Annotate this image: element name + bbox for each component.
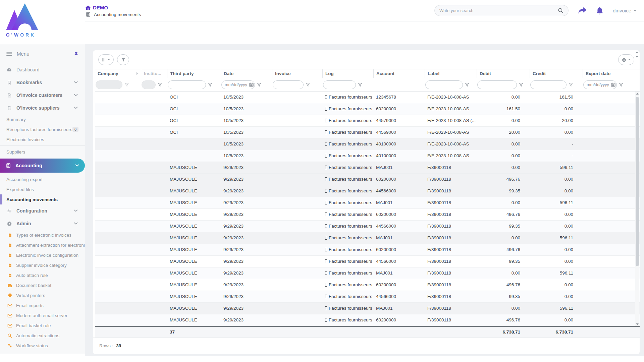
column-header-institu[interactable]: Institu...: [141, 69, 167, 78]
table-row[interactable]: MAJUSCULE9/29/2023Factures fournisseurs6…: [95, 279, 640, 291]
table-row[interactable]: MAJUSCULE9/29/2023Factures fournisseurs6…: [95, 244, 640, 256]
footer-cell: [221, 327, 272, 338]
column-header-account[interactable]: Account: [373, 69, 425, 78]
table-row[interactable]: MAJUSCULE9/29/2023Factures fournisseurs6…: [95, 174, 640, 185]
invoice-cell: [272, 185, 322, 197]
filter-button[interactable]: [117, 54, 129, 65]
notifications-bell-icon[interactable]: [596, 7, 603, 14]
table-row[interactable]: MAJUSCULE9/29/2023Factures fournisseurs4…: [95, 291, 640, 303]
breadcrumb: DEMO Accounting movements: [86, 4, 141, 17]
sidebar-item-label: Modern auth email server: [16, 313, 67, 318]
table-row[interactable]: MAJUSCULE9/29/2023Factures fournisseurs4…: [95, 185, 640, 197]
table-row[interactable]: OCI10/5/2023Factures fournisseurs1234567…: [95, 92, 640, 103]
filter-cell-date: mm/dd/yyyy: [221, 80, 272, 89]
table-row[interactable]: MAJUSCULE9/29/2023Factures fournisseurs6…: [95, 314, 640, 326]
mail-icon: [7, 323, 12, 328]
search-input[interactable]: [439, 8, 558, 13]
table-row[interactable]: 10/5/2023Factures fournisseurs40100000F/…: [95, 150, 640, 162]
export-date-cell: [583, 303, 633, 314]
sidebar-item-bookmarks[interactable]: Bookmarks: [0, 76, 85, 89]
filter-input[interactable]: [477, 80, 517, 89]
global-search[interactable]: [434, 5, 569, 16]
sidebar-item-admin[interactable]: Admin: [0, 217, 85, 230]
sidebar-item-workflow-status[interactable]: Workflow status: [0, 341, 85, 351]
pin-icon[interactable]: [74, 51, 78, 56]
filter-input[interactable]: [530, 80, 567, 89]
table-row[interactable]: MAJUSCULE9/29/2023Factures fournisseurs4…: [95, 256, 640, 267]
filter-cell-debit: [477, 80, 530, 89]
sidebar-item-document-basket[interactable]: Document basket: [0, 280, 85, 290]
date-filter-input[interactable]: mm/dd/yyyy: [583, 80, 617, 89]
column-expand-header[interactable]: [133, 69, 141, 78]
filter-input[interactable]: [425, 80, 463, 89]
column-header-company[interactable]: Company: [95, 69, 133, 78]
sidebar-item-summary[interactable]: Summary: [0, 114, 85, 124]
column-header-invoice[interactable]: Invoice: [272, 69, 322, 78]
sidebar-item-accounting[interactable]: Accounting: [0, 159, 85, 173]
sidebar-item-dashboard[interactable]: Dashboard: [0, 63, 85, 76]
sidebar-item-auto-attach-rule[interactable]: Auto attach rule: [0, 270, 85, 280]
filter-input[interactable]: [168, 80, 206, 89]
sidebar-item-accounting-export[interactable]: Accounting export: [0, 174, 85, 184]
settings-button[interactable]: [618, 54, 634, 65]
filter-input[interactable]: [273, 80, 304, 89]
user-menu[interactable]: dinvoice: [613, 8, 637, 13]
calendar-icon: [249, 82, 254, 87]
table-row[interactable]: MAJUSCULE9/29/2023Factures fournisseursM…: [95, 197, 640, 209]
table-row[interactable]: OCI10/5/2023Factures fournisseurs4456900…: [95, 127, 640, 138]
sidebar-item-o-invoice-customers[interactable]: O'Invoice customers: [0, 89, 85, 102]
share-icon[interactable]: [578, 7, 587, 14]
home-icon: [86, 5, 91, 10]
date-filter-input[interactable]: mm/dd/yyyy: [221, 80, 255, 89]
third-party-cell: MAJUSCULE: [167, 244, 221, 255]
sidebar-item-supplier-invoice-category[interactable]: Supplier invoice category: [0, 260, 85, 270]
sidebar-item-email-basket-rule[interactable]: Email basket rule: [0, 320, 85, 330]
column-header-credit[interactable]: Credit: [530, 69, 583, 78]
sidebar-item-email-imports[interactable]: Email imports: [0, 300, 85, 310]
table-row[interactable]: MAJUSCULE9/29/2023Factures fournisseurs6…: [95, 209, 640, 221]
columns-button[interactable]: [98, 54, 114, 65]
column-filter-icon: [208, 83, 212, 87]
column-header-date[interactable]: Date: [221, 69, 272, 78]
table-row[interactable]: MAJUSCULE9/29/2023Factures fournisseursM…: [95, 303, 640, 314]
hamburger-menu-icon[interactable]: [6, 52, 12, 56]
date-cell: 9/29/2023: [221, 221, 272, 232]
sidebar-item-automatic-extractions[interactable]: Automatic extractions: [0, 330, 85, 341]
footer-scroll-arrows[interactable]: [636, 52, 638, 334]
table-row[interactable]: MAJUSCULE9/29/2023Factures fournisseursM…: [95, 162, 640, 174]
column-header-third-party[interactable]: Third party: [167, 69, 221, 78]
sidebar-item-electronic-invoice-configuration[interactable]: Electronic invoice configuration: [0, 250, 85, 260]
table-row[interactable]: MAJUSCULE9/29/2023Factures fournisseurs4…: [95, 221, 640, 232]
account-cell: 60200000: [373, 314, 425, 326]
column-header-log[interactable]: Log: [322, 69, 373, 78]
export-date-cell: [583, 314, 633, 326]
sidebar-item-configuration[interactable]: Configuration: [0, 204, 85, 217]
sidebar-item-label: Dashboard: [16, 67, 40, 72]
table-row[interactable]: MAJUSCULE9/29/2023Factures fournisseursM…: [95, 267, 640, 279]
sidebar-item-modern-auth-email-server[interactable]: Modern auth email server: [0, 310, 85, 320]
sidebar-item-accounting-movements[interactable]: Accounting movements: [0, 194, 85, 204]
sidebar-item-attachment-extraction-for-electroni[interactable]: Attachment extraction for electroni: [0, 240, 85, 250]
table-row[interactable]: 10/5/2023Factures fournisseurs40100000F/…: [95, 138, 640, 150]
sidebar-item-types-of-electronic-invoices[interactable]: Types of electronic invoices: [0, 230, 85, 240]
column-header-label[interactable]: Label: [425, 69, 477, 78]
log-cell: Factures fournisseurs: [322, 150, 373, 162]
sidebar-item-electronic-invoices[interactable]: Electronic Invoices: [0, 134, 85, 144]
table-row[interactable]: OCI10/5/2023Factures fournisseurs4457900…: [95, 115, 640, 127]
sidebar-item-suppliers[interactable]: Suppliers: [0, 147, 85, 157]
column-header-export-date[interactable]: Export date: [583, 69, 633, 78]
chevron-down-icon: [634, 10, 637, 12]
institution-cell: [141, 185, 167, 197]
sidebar-item-exported-files[interactable]: Exported files: [0, 184, 85, 194]
sidebar-menu-header[interactable]: Menu: [0, 44, 85, 63]
sidebar-item-r-ceptions-factures-fournisseurs[interactable]: Réceptions factures fournisseurs0: [0, 124, 85, 134]
institution-cell: [141, 221, 167, 232]
table-row[interactable]: MAJUSCULE9/29/2023Factures fournisseursM…: [95, 232, 640, 244]
search-icon[interactable]: [558, 8, 564, 13]
invoice-cell: [272, 103, 322, 115]
table-row[interactable]: OCI10/5/2023Factures fournisseurs6020000…: [95, 103, 640, 115]
sidebar-item-o-invoice-suppliers[interactable]: O'Invoice suppliers: [0, 102, 85, 114]
filter-input[interactable]: [323, 80, 356, 89]
sidebar-item-virtual-printers[interactable]: Virtual printers: [0, 290, 85, 300]
column-header-debit[interactable]: Debit: [477, 69, 530, 78]
